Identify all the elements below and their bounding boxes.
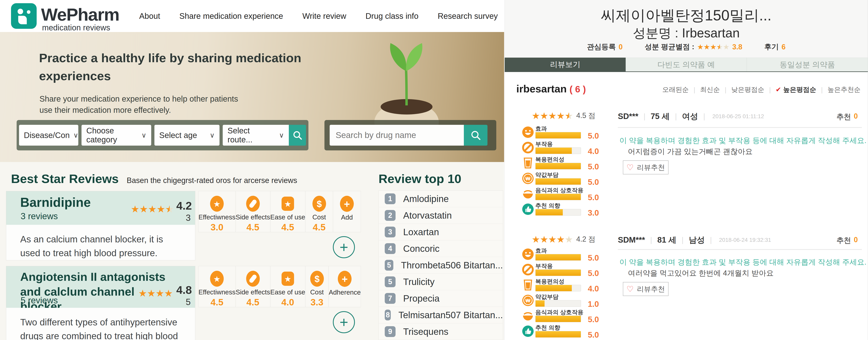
drug-ingredient: 성분명 : Irbesartan bbox=[505, 24, 868, 42]
age-select[interactable]: Select age ∨ bbox=[154, 125, 219, 146]
rating-value: 4.2 bbox=[176, 199, 192, 212]
review-date: 2018-06-25 01:11:12 bbox=[712, 113, 764, 120]
sort-newest[interactable]: 최신순 bbox=[700, 85, 720, 94]
reviewer-age: 81 세 bbox=[657, 234, 677, 245]
reviewer-age: 75 세 bbox=[651, 111, 670, 122]
search-icon bbox=[470, 130, 481, 141]
tab-same-ingredient[interactable]: 동일성분 의약품 bbox=[747, 58, 868, 71]
drug-detail-header: 씨제이아벨탄정150밀리... 성분명 : Irbesartan 관심등록0 성… bbox=[505, 0, 868, 58]
chevron-down-icon: ∨ bbox=[73, 131, 78, 139]
route-select[interactable]: Select route... ∨ bbox=[223, 125, 289, 146]
sort-lowest-rating[interactable]: 낮은평점순 bbox=[731, 85, 764, 94]
rating-bar bbox=[535, 194, 581, 200]
cup-icon bbox=[522, 157, 534, 169]
review-top10-list: 1Amlodipine 2Atorvastatin 3Loxartan 4Con… bbox=[378, 191, 503, 340]
no-entry-icon bbox=[522, 141, 534, 154]
best-reviews-title: Best Star Reviews bbox=[11, 172, 119, 186]
svg-text:$: $ bbox=[314, 274, 319, 284]
rating-bar-row: 추천 의향 3.0 bbox=[522, 203, 608, 217]
nav-drug-class-info[interactable]: Drug class info bbox=[366, 11, 418, 21]
recommend-review-button[interactable]: ♡ 리뷰추천 bbox=[623, 160, 669, 174]
rating-value: 4.8 bbox=[176, 283, 192, 296]
heart-icon: ♡ bbox=[626, 284, 634, 294]
dollar-icon: $ bbox=[311, 195, 327, 212]
recommend-review-button[interactable]: ♡ 리뷰추천 bbox=[623, 282, 669, 296]
drug-search-button[interactable] bbox=[464, 125, 488, 146]
rank-badge: 3 bbox=[385, 227, 396, 237]
add-review-button[interactable]: + bbox=[333, 311, 355, 333]
list-item[interactable]: 1Amlodipine bbox=[379, 191, 503, 207]
rating-bar-row: ₩ 약값부담 1.0 bbox=[522, 294, 608, 308]
recommend-count[interactable]: 추천0 bbox=[837, 236, 858, 245]
drug-search-input[interactable] bbox=[330, 125, 464, 146]
dollar-icon: $ bbox=[309, 270, 325, 287]
sort-most-recommended[interactable]: 높은추천순 bbox=[828, 85, 861, 94]
review-count: 5 reviews bbox=[21, 296, 58, 305]
svg-text:₩: ₩ bbox=[526, 298, 530, 303]
ingredient-review-count: ( 6 ) bbox=[569, 84, 586, 94]
sort-oldest[interactable]: 오래된순 bbox=[662, 85, 689, 94]
drug-review-card[interactable]: Barnidipine 3 reviews ★★★★★ ★★★★★ 4.2 3 … bbox=[6, 191, 195, 261]
category-select[interactable]: Choose category ∨ bbox=[82, 125, 151, 146]
tab-frequent-drugs[interactable]: 다빈도 의약품 예 bbox=[626, 58, 747, 71]
hero-subtitle-line2: use their medication more effectively. bbox=[39, 106, 171, 114]
nav-share-experience[interactable]: Share medication experience bbox=[180, 11, 283, 21]
wepharm-app: WePharm medication reviews About Share m… bbox=[0, 0, 868, 340]
reviewer-id: SDM*** bbox=[618, 235, 645, 244]
sort-highest-rating[interactable]: ✔높은평점순 bbox=[776, 85, 816, 94]
wepharm-logo-icon[interactable] bbox=[11, 3, 37, 29]
list-item[interactable]: 4Concoric bbox=[379, 240, 503, 257]
interest-stat[interactable]: 관심등록0 bbox=[587, 42, 623, 52]
disease-condition-select[interactable]: Disease/Con ∨ bbox=[19, 125, 78, 146]
drug-search-panel bbox=[324, 120, 496, 150]
star-rating: ★★★★★ ★★★★★ bbox=[697, 43, 730, 50]
reviewer-info: SDM***| 81 세| 남성| 2018-06-24 19:32:31 bbox=[618, 234, 771, 245]
rating-bar bbox=[535, 163, 581, 169]
recommend-count[interactable]: 추천0 bbox=[837, 112, 858, 122]
cup-icon bbox=[522, 279, 534, 291]
list-item[interactable]: 8Telmisartan507 Bitartan... bbox=[379, 307, 503, 324]
metric-side-effects: Side effects4.5 bbox=[236, 191, 270, 232]
list-item[interactable]: 7Propecia bbox=[379, 290, 503, 307]
rating-bar bbox=[535, 132, 581, 139]
hero-title: Practice a healthy life by sharing medic… bbox=[39, 49, 307, 85]
rank-badge: 7 bbox=[385, 293, 396, 304]
metric-side-effects: Side effects4.5 bbox=[236, 266, 270, 307]
list-item[interactable]: 5Trulicity bbox=[379, 274, 503, 290]
filter-search-button[interactable] bbox=[289, 125, 306, 146]
rank-badge: 9 bbox=[385, 326, 396, 337]
smiley-icon bbox=[522, 248, 534, 261]
metric-cost: $ Cost3.3 bbox=[305, 266, 329, 307]
nav-write-review[interactable]: Write review bbox=[302, 11, 346, 21]
svg-text:★: ★ bbox=[214, 275, 221, 283]
review-count-stat[interactable]: 후기6 bbox=[764, 42, 785, 52]
list-item[interactable]: 2Atorvastatin bbox=[379, 207, 503, 224]
star-rating: ★★★★★ ★★★★★ bbox=[532, 235, 573, 244]
rating-bar-row: 부작용 4.0 bbox=[522, 141, 608, 156]
pill-icon bbox=[245, 195, 261, 212]
list-item[interactable]: 5Thrombeta506 Bitartan... bbox=[379, 257, 503, 274]
add-review-area: + bbox=[198, 310, 361, 340]
tab-view-reviews[interactable]: 리뷰보기 bbox=[505, 58, 626, 71]
metric-effectiveness: ★ Effectiwness3.0 bbox=[198, 191, 236, 232]
rating-metrics-panel: ★ Effectiwness3.0 Side effects4.5 ★ Ease… bbox=[198, 191, 361, 232]
drug-description: Two different types of antihypertensive … bbox=[6, 308, 195, 340]
svg-text:+: + bbox=[342, 273, 348, 285]
add-review-button[interactable]: + bbox=[333, 236, 355, 258]
left-panel: WePharm medication reviews About Share m… bbox=[0, 0, 504, 340]
rating-bar bbox=[535, 178, 581, 185]
rating-bar-row: 복용편의성 5.0 bbox=[522, 157, 608, 171]
nav-research-survey[interactable]: Research survey bbox=[438, 11, 498, 21]
metric-ease-of-use: ★ Ease of use4.0 bbox=[270, 266, 305, 307]
rank-badge: 4 bbox=[385, 243, 396, 254]
drug-review-card[interactable]: Angiotensin II antagonists and calclum c… bbox=[6, 266, 195, 340]
nav-about[interactable]: About bbox=[139, 11, 160, 21]
metric-add[interactable]: + Add bbox=[333, 191, 361, 232]
list-item[interactable]: 3Loxartan bbox=[379, 224, 503, 240]
plus-icon: + bbox=[339, 239, 348, 256]
metric-adherence: + Adherence bbox=[329, 266, 361, 307]
rank-badge: 8 bbox=[385, 310, 391, 320]
chevron-down-icon: ∨ bbox=[210, 131, 215, 139]
reviewer-gender: 여성 bbox=[682, 111, 698, 122]
list-item[interactable]: 9Trisequens bbox=[379, 324, 503, 340]
